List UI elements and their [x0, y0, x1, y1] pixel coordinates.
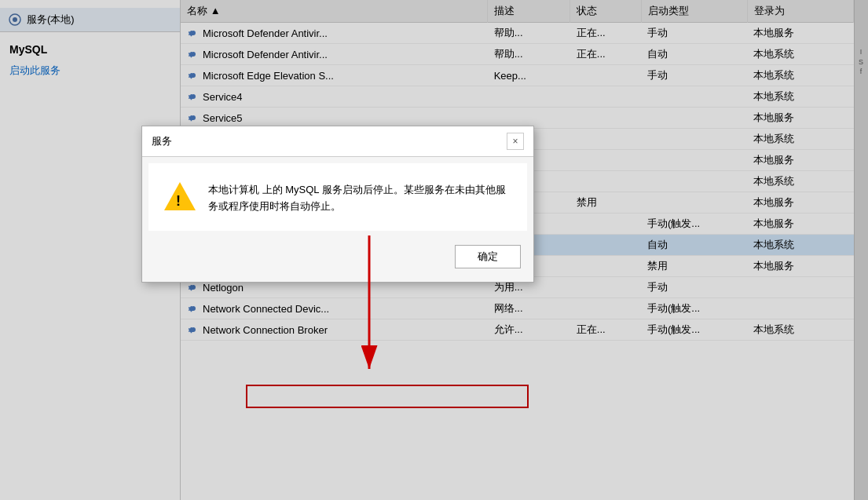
ok-button[interactable]: 确定: [455, 245, 521, 268]
dialog-content-area: 本地计算机 上的 MySQL 服务启动后停止。某些服务在未由其他服务或程序使用时…: [148, 163, 527, 231]
dialog-close-button[interactable]: ×: [507, 133, 524, 150]
warning-icon: [164, 182, 196, 214]
dialog-title: 服务: [152, 134, 172, 148]
dialog-titlebar: 服务 ×: [142, 126, 533, 157]
warning-triangle: [164, 182, 196, 210]
dialog-message: 本地计算机 上的 MySQL 服务启动后停止。某些服务在未由其他服务或程序使用时…: [208, 182, 511, 215]
dialog-footer: 确定: [142, 237, 533, 281]
dialog-overlay: 服务 × 本地计算机 上的 MySQL 服务启动后停止。某些服务在未由其他服务或…: [0, 0, 868, 500]
service-dialog: 服务 × 本地计算机 上的 MySQL 服务启动后停止。某些服务在未由其他服务或…: [141, 126, 534, 283]
